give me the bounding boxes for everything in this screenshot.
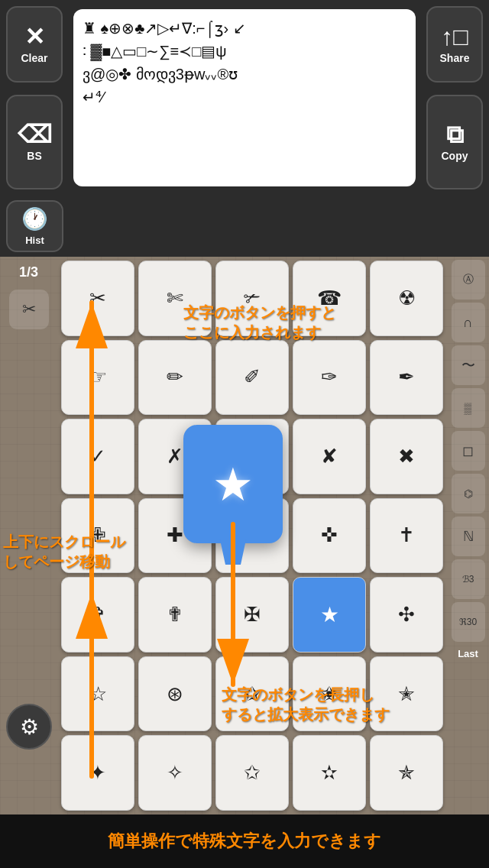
display-line-4: ↵⁴⁄ — [83, 86, 406, 108]
key-scissors1[interactable]: ✂ — [61, 261, 134, 336]
right-buttons: ↑□ Share ⧉ Copy — [420, 0, 489, 196]
key-pencil1[interactable]: ✏ — [138, 340, 212, 416]
clear-label: Clear — [21, 52, 47, 64]
display-line-2: ∶ ▓■△▭□∼∑≡≺□▤ψ — [83, 40, 406, 63]
display-line-1: ♜ ♠⊕⊗♣↗▷↵∇:⌐⌠ʒ› ↙ — [83, 17, 406, 40]
key-maltese[interactable]: ✠ — [215, 577, 289, 653]
key-cross3[interactable]: ✘ — [293, 419, 366, 494]
key-cross7[interactable]: ✟ — [138, 577, 212, 653]
hist-icon: 🕐 — [21, 206, 48, 232]
hist-label: Hist — [25, 235, 44, 246]
copy-icon: ⧉ — [446, 122, 464, 147]
sidebar-scissors[interactable]: ✂ — [9, 290, 49, 329]
key-star9[interactable]: ✩ — [215, 735, 289, 811]
key-cross5[interactable]: ✝ — [370, 498, 443, 574]
sr-icon-7[interactable]: ℕ — [452, 517, 485, 556]
bs-label: BS — [27, 150, 41, 162]
annotation-top: 文字のボタンを押すとここに入力されます — [183, 303, 336, 342]
bottom-bar: 簡単操作で特殊文字を入力できます — [0, 815, 489, 868]
sr-icon-1[interactable]: Ⓐ — [452, 260, 485, 300]
backspace-icon: ⌫ — [18, 122, 52, 147]
key-star7[interactable]: ✦ — [61, 735, 134, 811]
share-icon: ↑□ — [441, 24, 468, 49]
copy-button[interactable]: ⧉ Copy — [426, 95, 483, 189]
key-pencil2[interactable]: ✐ — [215, 340, 289, 416]
gear-icon: ⚙ — [20, 714, 39, 740]
popup-star-icon: ★ — [212, 458, 254, 511]
hist-button[interactable]: 🕐 Hist — [6, 200, 63, 252]
sr-icon-3[interactable]: 〜 — [452, 345, 485, 385]
key-star8[interactable]: ✧ — [138, 735, 212, 811]
key-star-dec[interactable]: ✣ — [370, 577, 443, 653]
share-label: Share — [440, 52, 470, 64]
middle-bar: 🕐 Hist — [0, 196, 489, 257]
sr-icon-5[interactable]: ◻ — [452, 431, 485, 471]
settings-button[interactable]: ⚙ — [6, 704, 52, 750]
key-radiation[interactable]: ☢ — [370, 261, 443, 336]
key-star10[interactable]: ✫ — [293, 735, 366, 811]
key-plus4[interactable]: ✜ — [293, 498, 366, 574]
text-display: ♜ ♠⊕⊗♣↗▷↵∇:⌐⌠ʒ› ↙ ∶ ▓■△▭□∼∑≡≺□▤ψ ვ@◎✤ მო… — [73, 9, 416, 186]
last-label: Last — [458, 648, 478, 659]
keyboard-area: 1/3 ✂ ✂ ✄ ✃ ☎ ☢ ☞ ✏ ✐ ✑ ✒ ✓ ✗ ✕ ✘ ✖ ✙ ✚ … — [0, 257, 489, 815]
left-buttons: ✕ Clear ⌫ BS — [0, 0, 69, 196]
app-popup: ★ — [183, 425, 283, 543]
sr-icon-4[interactable]: ▒ — [452, 388, 485, 428]
key-pencil4[interactable]: ✒ — [370, 340, 443, 416]
key-check[interactable]: ✓ — [61, 419, 134, 494]
key-hand[interactable]: ☞ — [61, 340, 134, 416]
sr-icon-2[interactable]: ∩ — [452, 303, 485, 342]
annotation-left: 上下にスクロールしてページ移動 — [3, 532, 125, 572]
key-star-outline[interactable]: ☆ — [61, 656, 134, 732]
sr-icon-6[interactable]: ⌬ — [452, 474, 485, 513]
clear-icon: ✕ — [24, 24, 45, 49]
key-cross4[interactable]: ✖ — [370, 419, 443, 494]
backspace-button[interactable]: ⌫ BS — [6, 95, 63, 189]
clear-button[interactable]: ✕ Clear — [6, 6, 63, 83]
share-button[interactable]: ↑□ Share — [426, 6, 483, 83]
display-line-3: ვ@◎✤ მოდვ3ᵽwᵥᵥ®ʊ — [83, 63, 406, 86]
key-star-filled[interactable]: ★ — [293, 577, 366, 653]
top-bar: ✕ Clear ⌫ BS ♜ ♠⊕⊗♣↗▷↵∇:⌐⌠ʒ› ↙ ∶ ▓■△▭□∼∑… — [0, 0, 489, 196]
sidebar-right: Ⓐ ∩ 〜 ▒ ◻ ⌬ ℕ ℬ3 ℜ30 Last — [447, 257, 489, 815]
key-star-circle[interactable]: ⊛ — [138, 656, 212, 732]
key-cross6[interactable]: ✞ — [61, 577, 134, 653]
page-indicator: 1/3 — [19, 264, 38, 280]
key-star11[interactable]: ✯ — [370, 735, 443, 811]
sr-icon-9[interactable]: ℜ30 — [452, 602, 485, 642]
annotation-bottom: 文字のボタンを長押しすると拡大表示できます — [222, 685, 390, 724]
bottom-text: 簡単操作で特殊文字を入力できます — [108, 830, 381, 853]
key-pencil3[interactable]: ✑ — [293, 340, 366, 416]
copy-label: Copy — [442, 150, 468, 162]
sr-icon-8[interactable]: ℬ3 — [452, 559, 485, 599]
